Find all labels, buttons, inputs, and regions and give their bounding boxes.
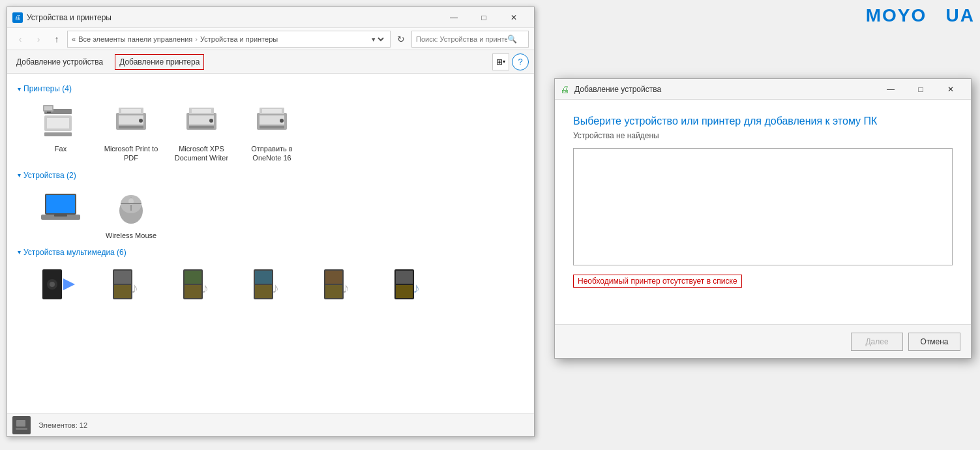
device-item-onenote[interactable]: Отправить в OneNote 16	[239, 97, 304, 166]
back-button[interactable]: ‹	[12, 31, 28, 47]
svg-rect-59	[16, 428, 27, 430]
svg-text:♪: ♪	[272, 280, 279, 296]
svg-text:♪: ♪	[413, 280, 420, 296]
missing-printer-link[interactable]: Необходимый принтер отсутствует в списке	[573, 275, 742, 288]
view-button[interactable]: ⊞ ▾	[492, 53, 509, 70]
media-item-3[interactable]: ♪	[169, 261, 234, 310]
media-item-2[interactable]: ♪	[98, 261, 164, 310]
address-box[interactable]: « Все элементы панели управления › Устро…	[67, 31, 391, 48]
pdf-printer-icon	[110, 100, 152, 142]
fax-label: Fax	[55, 144, 67, 153]
dialog-title-icon: 🖨	[560, 84, 571, 95]
forward-button[interactable]: ›	[31, 31, 46, 47]
toolbar-right: ⊞ ▾ ?	[492, 53, 529, 70]
media-item-4[interactable]: ♪	[239, 261, 304, 310]
svg-rect-17	[192, 109, 211, 113]
svg-rect-28	[54, 215, 67, 217]
view-icon: ⊞	[496, 57, 503, 67]
device-list-box[interactable]	[573, 148, 953, 265]
svg-rect-52	[325, 285, 342, 298]
svg-rect-44	[185, 285, 201, 298]
dialog-heading: Выберите устройство или принтер для доба…	[573, 115, 953, 127]
next-button[interactable]: Далее	[851, 333, 903, 351]
printers-section-header[interactable]: ▾ Принтеры (4)	[18, 84, 524, 93]
xps-printer-icon	[181, 100, 222, 142]
svg-rect-26	[46, 195, 75, 213]
svg-rect-56	[396, 285, 413, 298]
cancel-button[interactable]: Отмена	[908, 333, 960, 351]
status-icon	[12, 416, 31, 434]
dialog-title-bar: 🖨 Добавление устройства — □ ✕	[555, 79, 971, 100]
close-button[interactable]: ✕	[499, 7, 529, 28]
breadcrumb-dropdown[interactable]: ▾	[369, 35, 386, 44]
status-item-count: Элементов: 12	[38, 421, 87, 429]
watermark-text1: MOYO	[866, 5, 927, 25]
devices-section-header[interactable]: ▾ Устройства (2)	[18, 171, 524, 180]
multimedia-chevron: ▾	[18, 248, 21, 256]
multimedia-section-header[interactable]: ▾ Устройства мультимедиа (6)	[18, 248, 524, 257]
svg-rect-15	[189, 126, 214, 128]
dialog-window: 🖨 Добавление устройства — □ ✕ Выберите у…	[554, 78, 972, 359]
content-area: ▾ Принтеры (4) Fax	[7, 74, 534, 413]
dialog-maximize-button[interactable]: □	[906, 79, 936, 100]
main-window-controls: — □ ✕	[439, 7, 529, 28]
up-button[interactable]: ↑	[49, 31, 65, 47]
search-box[interactable]: 🔍	[411, 31, 529, 48]
device-item-pdf[interactable]: Microsoft Print to PDF	[98, 97, 164, 166]
xps-label: Microsoft XPS Document Writer	[171, 144, 231, 163]
device-item-laptop[interactable]	[28, 184, 93, 243]
device-item-fax[interactable]: Fax	[28, 97, 93, 166]
watermark: MOYO UA	[866, 5, 975, 26]
mouse-icon	[110, 187, 152, 228]
wireless-mouse-label: Wireless Mouse	[106, 231, 156, 240]
devices-chevron: ▾	[18, 172, 21, 179]
svg-rect-40	[114, 285, 131, 298]
svg-point-24	[280, 119, 284, 123]
add-printer-button[interactable]: Добавление принтера	[115, 54, 204, 70]
media-item-1[interactable]	[28, 261, 93, 310]
svg-rect-58	[16, 420, 25, 427]
onenote-printer-icon	[251, 100, 293, 142]
device-item-mouse[interactable]: Wireless Mouse	[98, 184, 164, 243]
help-button[interactable]: ?	[512, 53, 529, 70]
svg-text:♪: ♪	[201, 280, 209, 296]
main-window-title: Устройства и принтеры	[27, 13, 439, 22]
breadcrumb-root: «	[72, 35, 76, 43]
media-item-5[interactable]: ♪	[310, 261, 375, 310]
svg-rect-33	[121, 203, 141, 204]
svg-point-36	[50, 282, 55, 287]
pdf-label: Microsoft Print to PDF	[101, 144, 161, 163]
onenote-label: Отправить в OneNote 16	[242, 144, 302, 163]
status-bar: Элементов: 12	[7, 413, 534, 436]
devices-section-title: Устройства (2)	[23, 171, 76, 180]
dialog-footer: Далее Отмена	[555, 324, 971, 358]
multimedia-section-title: Устройства мультимедиа (6)	[23, 248, 126, 257]
svg-rect-55	[396, 271, 413, 284]
svg-rect-6	[44, 106, 52, 110]
dialog-minimize-button[interactable]: —	[876, 79, 906, 100]
svg-text:♪: ♪	[342, 280, 349, 296]
search-input[interactable]	[416, 35, 507, 43]
dialog-link-area: Необходимый принтер отсутствует в списке	[573, 275, 953, 288]
minimize-button[interactable]: —	[439, 7, 469, 28]
device-item-xps[interactable]: Microsoft XPS Document Writer	[169, 97, 234, 166]
toolbar: Добавление устройства Добавление принтер…	[7, 50, 534, 74]
svg-marker-37	[63, 278, 75, 290]
media-icon-5: ♪	[321, 263, 363, 305]
help-icon: ?	[518, 57, 522, 67]
laptop-icon	[40, 187, 82, 228]
add-device-button[interactable]: Добавление устройства	[12, 55, 107, 69]
address-bar: ‹ › ↑ « Все элементы панели управления ›…	[7, 28, 534, 50]
media-icon-3: ♪	[181, 263, 222, 305]
view-dropdown-icon: ▾	[503, 59, 505, 65]
svg-rect-9	[119, 126, 143, 128]
refresh-button[interactable]: ↻	[393, 31, 409, 47]
media-item-6[interactable]: ♪	[380, 261, 445, 310]
dialog-close-button[interactable]: ✕	[936, 79, 966, 100]
printers-grid: Fax Microsoft Print to PDF	[18, 97, 524, 166]
svg-rect-11	[121, 109, 141, 113]
media-icon-1	[40, 263, 82, 305]
dialog-content: Выберите устройство или принтер для доба…	[555, 100, 971, 324]
watermark-text2: UA	[946, 5, 975, 25]
maximize-button[interactable]: □	[469, 7, 499, 28]
